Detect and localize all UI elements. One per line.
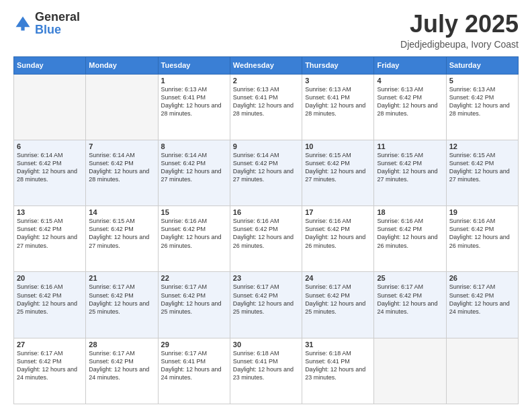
day-number: 19 bbox=[449, 208, 515, 216]
day-number: 20 bbox=[17, 274, 83, 282]
table-row: 9Sunrise: 6:14 AM Sunset: 6:42 PM Daylig… bbox=[230, 140, 302, 205]
calendar-header-row: Sunday Monday Tuesday Wednesday Thursday… bbox=[14, 56, 519, 74]
calendar-week-row: 20Sunrise: 6:16 AM Sunset: 6:42 PM Dayli… bbox=[14, 272, 519, 338]
title-month: July 2025 bbox=[400, 11, 519, 38]
day-number: 18 bbox=[377, 208, 443, 216]
day-info: Sunrise: 6:13 AM Sunset: 6:41 PM Dayligh… bbox=[233, 85, 299, 118]
day-info: Sunrise: 6:17 AM Sunset: 6:42 PM Dayligh… bbox=[161, 283, 227, 316]
day-info: Sunrise: 6:15 AM Sunset: 6:42 PM Dayligh… bbox=[449, 151, 515, 184]
day-number: 24 bbox=[305, 274, 371, 282]
table-row: 29Sunrise: 6:17 AM Sunset: 6:41 PM Dayli… bbox=[158, 338, 230, 404]
day-number: 3 bbox=[305, 77, 371, 85]
day-number: 30 bbox=[233, 340, 299, 349]
title-block: July 2025 Djedjedigbeupa, Ivory Coast bbox=[400, 11, 519, 50]
day-info: Sunrise: 6:16 AM Sunset: 6:42 PM Dayligh… bbox=[161, 217, 227, 250]
table-row: 20Sunrise: 6:16 AM Sunset: 6:42 PM Dayli… bbox=[14, 272, 86, 338]
day-number: 1 bbox=[161, 77, 227, 85]
day-info: Sunrise: 6:13 AM Sunset: 6:41 PM Dayligh… bbox=[161, 85, 227, 118]
day-number: 8 bbox=[161, 142, 227, 150]
day-info: Sunrise: 6:17 AM Sunset: 6:41 PM Dayligh… bbox=[161, 349, 227, 382]
table-row: 3Sunrise: 6:13 AM Sunset: 6:41 PM Daylig… bbox=[302, 74, 374, 140]
table-row bbox=[374, 338, 446, 404]
logo: General Blue bbox=[13, 11, 80, 36]
table-row bbox=[446, 338, 518, 404]
page-header: General Blue July 2025 Djedjedigbeupa, I… bbox=[13, 11, 519, 50]
day-info: Sunrise: 6:17 AM Sunset: 6:42 PM Dayligh… bbox=[377, 283, 443, 316]
day-number: 7 bbox=[89, 142, 154, 150]
table-row bbox=[86, 74, 158, 140]
day-number: 14 bbox=[89, 208, 154, 216]
day-info: Sunrise: 6:15 AM Sunset: 6:42 PM Dayligh… bbox=[305, 151, 371, 184]
calendar-week-row: 13Sunrise: 6:15 AM Sunset: 6:42 PM Dayli… bbox=[14, 206, 519, 272]
day-number: 12 bbox=[449, 142, 515, 150]
day-info: Sunrise: 6:17 AM Sunset: 6:42 PM Dayligh… bbox=[17, 349, 83, 382]
day-info: Sunrise: 6:17 AM Sunset: 6:42 PM Dayligh… bbox=[449, 283, 515, 316]
header-monday: Monday bbox=[86, 56, 158, 74]
table-row: 14Sunrise: 6:15 AM Sunset: 6:42 PM Dayli… bbox=[86, 206, 158, 272]
table-row: 23Sunrise: 6:17 AM Sunset: 6:42 PM Dayli… bbox=[230, 272, 302, 338]
day-info: Sunrise: 6:15 AM Sunset: 6:42 PM Dayligh… bbox=[17, 217, 83, 250]
day-info: Sunrise: 6:13 AM Sunset: 6:42 PM Dayligh… bbox=[377, 85, 443, 118]
header-wednesday: Wednesday bbox=[230, 56, 302, 74]
day-number: 5 bbox=[449, 77, 515, 85]
logo-icon bbox=[13, 14, 32, 33]
day-number: 4 bbox=[377, 77, 443, 85]
day-number: 21 bbox=[89, 274, 154, 282]
calendar-week-row: 6Sunrise: 6:14 AM Sunset: 6:42 PM Daylig… bbox=[14, 140, 519, 205]
day-info: Sunrise: 6:14 AM Sunset: 6:42 PM Dayligh… bbox=[161, 151, 227, 184]
day-number: 15 bbox=[161, 208, 227, 216]
day-info: Sunrise: 6:17 AM Sunset: 6:42 PM Dayligh… bbox=[233, 283, 299, 316]
day-number: 2 bbox=[233, 77, 299, 85]
day-number: 23 bbox=[233, 274, 299, 282]
day-number: 9 bbox=[233, 142, 299, 150]
table-row: 30Sunrise: 6:18 AM Sunset: 6:41 PM Dayli… bbox=[230, 338, 302, 404]
day-number: 29 bbox=[161, 340, 227, 349]
day-info: Sunrise: 6:18 AM Sunset: 6:41 PM Dayligh… bbox=[233, 349, 299, 382]
svg-marker-0 bbox=[16, 17, 30, 28]
day-number: 26 bbox=[449, 274, 515, 282]
header-friday: Friday bbox=[374, 56, 446, 74]
calendar-week-row: 1Sunrise: 6:13 AM Sunset: 6:41 PM Daylig… bbox=[14, 74, 519, 140]
header-tuesday: Tuesday bbox=[158, 56, 230, 74]
day-number: 22 bbox=[161, 274, 227, 282]
table-row bbox=[14, 74, 86, 140]
day-info: Sunrise: 6:14 AM Sunset: 6:42 PM Dayligh… bbox=[17, 151, 83, 184]
day-number: 10 bbox=[305, 142, 371, 150]
table-row: 10Sunrise: 6:15 AM Sunset: 6:42 PM Dayli… bbox=[302, 140, 374, 205]
day-number: 6 bbox=[17, 142, 83, 150]
header-saturday: Saturday bbox=[446, 56, 518, 74]
table-row: 13Sunrise: 6:15 AM Sunset: 6:42 PM Dayli… bbox=[14, 206, 86, 272]
day-info: Sunrise: 6:17 AM Sunset: 6:42 PM Dayligh… bbox=[89, 283, 154, 316]
table-row: 18Sunrise: 6:16 AM Sunset: 6:42 PM Dayli… bbox=[374, 206, 446, 272]
table-row: 7Sunrise: 6:14 AM Sunset: 6:42 PM Daylig… bbox=[86, 140, 158, 205]
table-row: 12Sunrise: 6:15 AM Sunset: 6:42 PM Dayli… bbox=[446, 140, 518, 205]
table-row: 5Sunrise: 6:13 AM Sunset: 6:42 PM Daylig… bbox=[446, 74, 518, 140]
table-row: 19Sunrise: 6:16 AM Sunset: 6:42 PM Dayli… bbox=[446, 206, 518, 272]
day-number: 11 bbox=[377, 142, 443, 150]
table-row: 17Sunrise: 6:16 AM Sunset: 6:42 PM Dayli… bbox=[302, 206, 374, 272]
table-row: 6Sunrise: 6:14 AM Sunset: 6:42 PM Daylig… bbox=[14, 140, 86, 205]
header-sunday: Sunday bbox=[14, 56, 86, 74]
day-number: 13 bbox=[17, 208, 83, 216]
day-number: 17 bbox=[305, 208, 371, 216]
table-row: 11Sunrise: 6:15 AM Sunset: 6:42 PM Dayli… bbox=[374, 140, 446, 205]
table-row: 1Sunrise: 6:13 AM Sunset: 6:41 PM Daylig… bbox=[158, 74, 230, 140]
day-info: Sunrise: 6:16 AM Sunset: 6:42 PM Dayligh… bbox=[233, 217, 299, 250]
day-info: Sunrise: 6:13 AM Sunset: 6:41 PM Dayligh… bbox=[305, 85, 371, 118]
table-row: 4Sunrise: 6:13 AM Sunset: 6:42 PM Daylig… bbox=[374, 74, 446, 140]
day-info: Sunrise: 6:16 AM Sunset: 6:42 PM Dayligh… bbox=[377, 217, 443, 250]
day-info: Sunrise: 6:18 AM Sunset: 6:41 PM Dayligh… bbox=[305, 349, 371, 382]
table-row: 8Sunrise: 6:14 AM Sunset: 6:42 PM Daylig… bbox=[158, 140, 230, 205]
table-row: 21Sunrise: 6:17 AM Sunset: 6:42 PM Dayli… bbox=[86, 272, 158, 338]
day-number: 28 bbox=[89, 340, 154, 349]
day-number: 25 bbox=[377, 274, 443, 282]
header-thursday: Thursday bbox=[302, 56, 374, 74]
table-row: 22Sunrise: 6:17 AM Sunset: 6:42 PM Dayli… bbox=[158, 272, 230, 338]
table-row: 31Sunrise: 6:18 AM Sunset: 6:41 PM Dayli… bbox=[302, 338, 374, 404]
table-row: 25Sunrise: 6:17 AM Sunset: 6:42 PM Dayli… bbox=[374, 272, 446, 338]
table-row: 26Sunrise: 6:17 AM Sunset: 6:42 PM Dayli… bbox=[446, 272, 518, 338]
day-number: 16 bbox=[233, 208, 299, 216]
table-row: 27Sunrise: 6:17 AM Sunset: 6:42 PM Dayli… bbox=[14, 338, 86, 404]
day-info: Sunrise: 6:17 AM Sunset: 6:42 PM Dayligh… bbox=[305, 283, 371, 316]
logo-text-blue: Blue bbox=[35, 23, 61, 36]
